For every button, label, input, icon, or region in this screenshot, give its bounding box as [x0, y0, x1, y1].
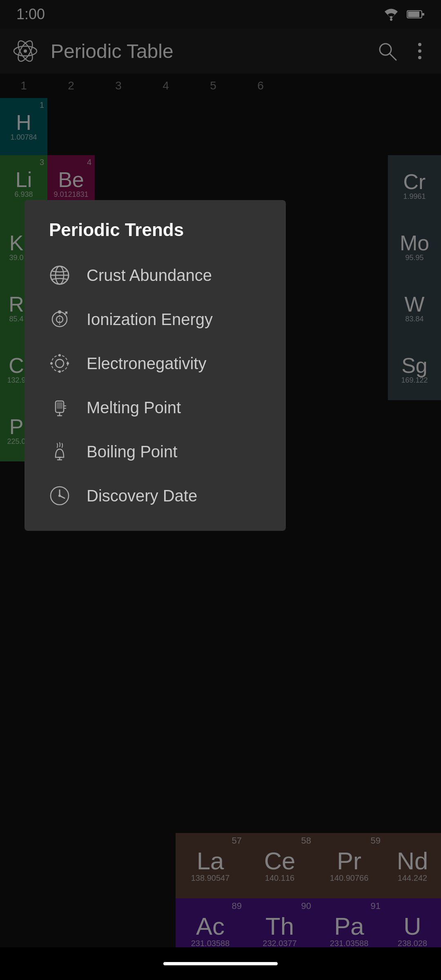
menu-item-crust-abundance[interactable]: Crust Abundance [24, 253, 286, 297]
menu-item-melting-point[interactable]: Melting Point [24, 385, 286, 430]
clock-icon [49, 485, 70, 506]
svg-point-38 [58, 494, 61, 497]
globe-icon [49, 265, 70, 286]
menu-item-discovery-date[interactable]: Discovery Date [24, 474, 286, 518]
periodic-trends-sheet: Periodic Trends Crust Abundance [24, 200, 286, 531]
electronegativity-label: Electronegativity [87, 354, 206, 373]
sheet-title: Periodic Trends [24, 220, 286, 253]
svg-point-21 [51, 355, 68, 372]
navigation-bar [0, 947, 441, 980]
discovery-date-label: Discovery Date [87, 487, 197, 505]
ionization-energy-label: Ionization Energy [87, 310, 213, 329]
svg-rect-27 [57, 402, 62, 409]
nav-home-indicator [163, 962, 278, 965]
boiling-point-label: Boiling Point [87, 443, 177, 461]
svg-point-23 [58, 370, 61, 373]
menu-item-electronegativity[interactable]: Electronegativity [24, 341, 286, 385]
menu-item-boiling-point[interactable]: Boiling Point [24, 430, 286, 474]
melting-point-icon [49, 397, 70, 418]
melting-point-label: Melting Point [87, 399, 181, 417]
svg-point-20 [56, 359, 64, 368]
electronegativity-icon [49, 353, 70, 374]
ionization-icon [49, 309, 70, 330]
crust-abundance-label: Crust Abundance [87, 266, 212, 285]
svg-point-22 [58, 354, 61, 356]
boiling-point-icon [49, 441, 70, 462]
menu-item-ionization-energy[interactable]: Ionization Energy [24, 297, 286, 341]
svg-point-25 [67, 362, 69, 365]
svg-point-24 [50, 362, 53, 365]
